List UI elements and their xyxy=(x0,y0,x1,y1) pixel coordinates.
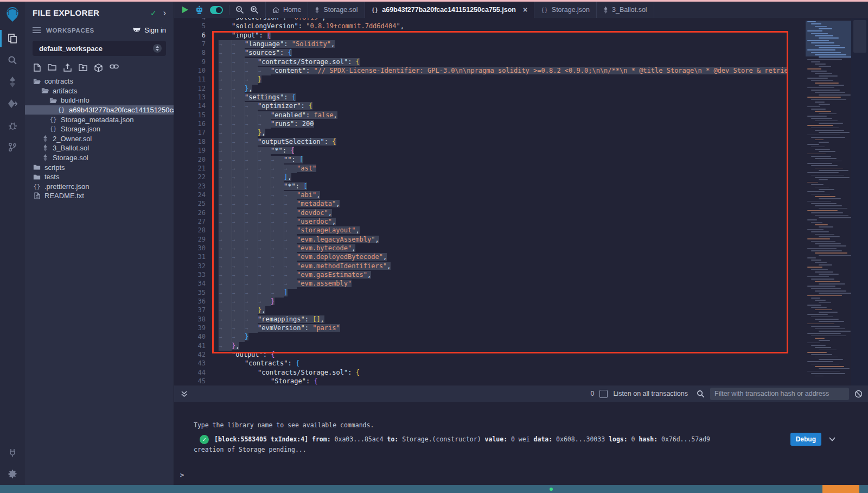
minimap-line xyxy=(807,238,830,239)
workspace-selected-value: default_workspace xyxy=(39,45,153,53)
code-line-9: 9→→→"contracts/Storage.sol": { xyxy=(174,58,868,66)
solidity-compiler-icon[interactable] xyxy=(0,71,25,93)
tree-item-artifacts[interactable]: artifacts xyxy=(25,86,174,96)
code-line-32: 32→→→→→→"evm.methodIdentifiers", xyxy=(174,262,868,270)
code-line-30: 30→→→→→→"evm.bytecode", xyxy=(174,244,868,252)
tree-item-storage-sol[interactable]: Storage.sol xyxy=(25,153,174,163)
minimap-line xyxy=(811,52,841,53)
minimap-line xyxy=(815,290,846,292)
minimap-line xyxy=(819,255,853,256)
tree-item-2-owner-sol[interactable]: 2_Owner.sol xyxy=(25,134,174,144)
line-number: 24 xyxy=(174,191,206,199)
code-line-14: 14→→→"optimizer": { xyxy=(174,102,868,110)
line-number: 26 xyxy=(174,208,206,217)
tab-home[interactable]: Home xyxy=(266,2,308,18)
deploy-run-icon[interactable] xyxy=(0,93,25,115)
ai-robot-icon[interactable] xyxy=(195,5,204,15)
tree-item-scripts[interactable]: scripts xyxy=(25,162,174,172)
upload-folder-icon[interactable] xyxy=(79,64,87,72)
scrollbar-thumb[interactable] xyxy=(853,20,866,53)
code-line-45: 45"Storage": { xyxy=(174,377,868,385)
new-file-icon[interactable] xyxy=(34,64,41,72)
tree-item-3-ballot-sol[interactable]: 3_Ballot.sol xyxy=(25,143,174,153)
minimap-line xyxy=(807,371,840,372)
minimap-line xyxy=(807,21,816,22)
minimap-line xyxy=(815,196,835,197)
close-tab-icon[interactable]: × xyxy=(523,5,527,14)
minimap-line xyxy=(811,326,840,327)
remix-logo[interactable] xyxy=(0,2,25,28)
panel-title: FILE EXPLORER xyxy=(33,8,150,17)
minimap-line xyxy=(819,66,831,67)
transaction-row[interactable]: ✓ [block:5583405 txIndex:4] from: 0xa03.… xyxy=(200,433,835,446)
terminal-output[interactable]: Type the library name to see available c… xyxy=(174,402,868,485)
debugger-icon[interactable] xyxy=(0,115,25,136)
tab-storage-sol[interactable]: Storage.sol xyxy=(308,2,365,18)
cube-icon[interactable] xyxy=(94,64,103,72)
ban-icon[interactable] xyxy=(854,390,863,398)
tab-3-ballot-sol[interactable]: 3_Ballot.sol xyxy=(597,2,654,18)
minimap-line xyxy=(811,336,846,337)
scrollbar-track[interactable] xyxy=(851,18,868,385)
expand-terminal-icon[interactable] xyxy=(181,390,188,397)
tx-expand-chevron-icon[interactable] xyxy=(829,437,835,441)
tree-item-storage-json[interactable]: {}Storage.json xyxy=(25,124,174,134)
terminal-search-icon[interactable] xyxy=(697,390,705,398)
minimap-line xyxy=(815,224,828,225)
debug-button[interactable]: Debug xyxy=(790,433,821,446)
play-button[interactable] xyxy=(182,6,189,14)
minimap-line xyxy=(815,319,839,320)
tree-item-readme-txt[interactable]: README.txt xyxy=(25,191,174,201)
transaction-filter-input[interactable] xyxy=(710,388,849,400)
listen-checkbox[interactable] xyxy=(599,390,608,398)
tree-item--prettierrc-json[interactable]: {}.prettierrc.json xyxy=(25,182,174,192)
minimap-line xyxy=(811,156,831,157)
menu-icon[interactable] xyxy=(33,27,41,33)
line-number: 5 xyxy=(174,22,206,30)
minimap-line xyxy=(807,78,828,79)
code-line-31: 31→→→→→→"evm.deployedBytecode", xyxy=(174,252,868,261)
solidity-icon xyxy=(41,144,49,151)
new-folder-icon[interactable] xyxy=(48,64,56,72)
link-icon[interactable] xyxy=(110,64,119,72)
tree-item-build-info[interactable]: build-info xyxy=(25,96,174,105)
plugin-manager-icon[interactable] xyxy=(0,441,25,463)
minimap-line xyxy=(811,317,833,318)
git-icon[interactable] xyxy=(0,136,25,158)
zoom-in-icon[interactable] xyxy=(250,5,259,14)
status-orange-badge[interactable] xyxy=(822,485,859,493)
minimap-line xyxy=(815,309,832,311)
file-explorer-icon[interactable] xyxy=(0,28,25,49)
minimap-line xyxy=(819,151,835,152)
minimap-line xyxy=(815,357,838,358)
minimap-line xyxy=(807,210,838,211)
sign-in-button[interactable]: Sign in xyxy=(132,26,166,34)
upload-file-icon[interactable] xyxy=(63,64,72,72)
tab-bar: HomeStorage.sol{}a69b43f277ba20fcac14115… xyxy=(174,2,868,18)
tab-a69b43f277ba20fcac141151250ca755-json[interactable]: {}a69b43f277ba20fcac141151250ca755.json× xyxy=(365,2,535,18)
workspace-select[interactable]: default_workspace xyxy=(33,41,166,56)
tx-success-icon: ✓ xyxy=(200,435,209,444)
minimap-line xyxy=(819,28,832,29)
tree-item-tests[interactable]: tests xyxy=(25,172,174,182)
minimap-line xyxy=(815,149,830,150)
minimap-line xyxy=(807,125,833,126)
code-editor[interactable]: 4"solcVersion": "0.8.19",5"solcLongVersi… xyxy=(174,18,868,385)
minimap-line xyxy=(811,269,828,270)
tree-item-label: scripts xyxy=(44,163,65,172)
search-icon[interactable] xyxy=(0,49,25,71)
folder-icon xyxy=(33,174,41,180)
minimap[interactable] xyxy=(806,18,851,385)
tree-item-a69b43f277ba20fcac141151250ca7-[interactable]: {}a69b43f277ba20fcac141151250ca7... xyxy=(25,105,174,115)
minimap-line xyxy=(807,324,834,325)
chevron-right-icon[interactable]: › xyxy=(163,10,166,16)
tree-item-storage-metadata-json[interactable]: {}Storage_metadata.json xyxy=(25,115,174,124)
tab-storage-json[interactable]: {}Storage.json xyxy=(534,2,597,18)
line-number: 11 xyxy=(174,75,206,84)
zoom-out-icon[interactable] xyxy=(235,5,244,14)
terminal-prompt[interactable]: > xyxy=(180,471,184,479)
settings-gear-icon[interactable] xyxy=(0,463,25,485)
tree-item-contracts[interactable]: contracts xyxy=(25,77,174,86)
minimap-line xyxy=(807,30,822,31)
ai-toggle-switch[interactable] xyxy=(210,6,223,14)
